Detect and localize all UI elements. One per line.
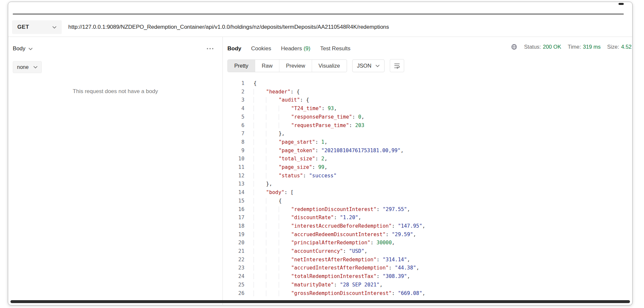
code-line: 21 "accountCurrency": "USD",: [223, 247, 632, 256]
method-select[interactable]: GET: [12, 20, 62, 34]
code-line: 11 "page_size": 99,: [223, 163, 632, 172]
view-mode-preview[interactable]: Preview: [279, 60, 312, 72]
line-number: 3: [223, 96, 244, 105]
code-line: 2 "header": {: [223, 88, 632, 96]
request-body-header: Body: [8, 37, 223, 55]
line-number: 17: [223, 214, 244, 222]
more-options-icon[interactable]: [206, 47, 214, 50]
horizontal-scrollbar-thumb[interactable]: [10, 300, 630, 303]
tab-test-results[interactable]: Test Results: [320, 45, 351, 52]
wrap-lines-icon: [393, 62, 401, 69]
line-number: 16: [223, 205, 244, 214]
tab-body[interactable]: Body: [227, 45, 241, 52]
size-value: 4.52: [621, 44, 632, 50]
response-header: BodyCookiesHeaders(9)Test Results Status…: [223, 37, 632, 55]
chevron-down-icon: [28, 47, 33, 50]
code-line: 18 "interestAccruedBeforeRedemption": "1…: [223, 222, 632, 231]
request-body-panel: Body none This request does not have a b…: [8, 37, 223, 305]
view-mode-pretty[interactable]: Pretty: [228, 60, 255, 72]
code-line: 14 "body": [: [223, 188, 632, 197]
view-mode-raw[interactable]: Raw: [255, 60, 279, 72]
code-line: 19 "accruedRedeemDiscountInterest": "29.…: [223, 231, 632, 239]
globe-icon[interactable]: [511, 43, 518, 50]
size-badge: Size: 4.52: [607, 44, 632, 50]
line-number: 24: [223, 272, 244, 281]
code-line: 5 "responseParse_time": 0,: [223, 113, 632, 122]
line-number: 8: [223, 138, 244, 147]
time-value: 319 ms: [583, 44, 601, 50]
app-window: GET http://127.0.0.1:9089/NZDEPO_Redempt…: [8, 2, 633, 305]
line-number: 26: [223, 289, 244, 298]
response-panel: BodyCookiesHeaders(9)Test Results Status…: [223, 37, 632, 305]
chevron-down-icon: [375, 64, 380, 67]
code-line: 13 },: [223, 180, 632, 188]
line-number: 14: [223, 188, 244, 197]
line-number: 12: [223, 172, 244, 180]
line-number: 1: [223, 79, 244, 88]
method-label: GET: [17, 24, 29, 30]
tab-cookies[interactable]: Cookies: [251, 45, 271, 52]
line-number: 10: [223, 155, 244, 163]
line-number: 15: [223, 197, 244, 205]
body-type-value: none: [17, 64, 29, 70]
line-number: 19: [223, 231, 244, 239]
response-toolbar: PrettyRawPreviewVisualize JSON: [227, 59, 632, 72]
code-line: 9 "page_token": "202108104761753181.00,9…: [223, 147, 632, 155]
code-line: 24 "totalRedemptionInterestTax": "308.39…: [223, 272, 632, 281]
code-line: 12 "status": "success": [223, 172, 632, 180]
view-mode-visualize[interactable]: Visualize: [312, 60, 347, 72]
line-number: 25: [223, 281, 244, 289]
status-value: 200 OK: [543, 44, 561, 50]
wrap-lines-button[interactable]: [390, 59, 404, 72]
response-tabs: BodyCookiesHeaders(9)Test Results: [227, 45, 351, 52]
code-line: 7 },: [223, 130, 632, 138]
line-number: 13: [223, 180, 244, 188]
code-line: 26 "grossRedemptionDiscountInterest": "6…: [223, 289, 632, 298]
line-number: 9: [223, 147, 244, 155]
code-line: 6 "requestParse_time": 203: [223, 122, 632, 130]
code-line: 3 "audit": {: [223, 96, 632, 105]
line-number: 18: [223, 222, 244, 231]
code-line: 17 "discountRate": "1.20",: [223, 214, 632, 222]
line-number: 23: [223, 264, 244, 272]
code-line: 8 "page_start": 1,: [223, 138, 632, 147]
body-section-toggle[interactable]: Body: [13, 45, 33, 52]
code-line: 22 "netInterestAfterRedemption": "314.14…: [223, 256, 632, 264]
json-response-viewer[interactable]: 1{2 "header": {3 "audit": {4 "T24_time":…: [223, 79, 632, 305]
code-line: 16 "redemptionDiscountInterest": "297.55…: [223, 205, 632, 214]
status-label: Status:: [524, 44, 541, 50]
status-badge: Status: 200 OK: [524, 44, 561, 50]
line-number: 11: [223, 163, 244, 172]
body-section-label: Body: [13, 45, 25, 52]
format-select[interactable]: JSON: [352, 59, 385, 72]
code-line: 10 "total_size": 2,: [223, 155, 632, 163]
code-line: 20 "principalAfterRedemption": 30000,: [223, 239, 632, 247]
code-line: 23 "accruedInterestAfterRedemption": "44…: [223, 264, 632, 272]
empty-body-message: This request does not have a body: [8, 88, 223, 95]
time-label: Time:: [568, 44, 581, 50]
chevron-down-icon: [52, 26, 57, 29]
url-input[interactable]: http://127.0.0.1:9089/NZDEPO_Redemption_…: [68, 24, 628, 30]
code-line: 1{: [223, 79, 632, 88]
line-number: 20: [223, 239, 244, 247]
code-line: 25 "maturityDate": "28 SEP 2021",: [223, 281, 632, 289]
size-label: Size:: [607, 44, 619, 50]
line-number: 22: [223, 256, 244, 264]
format-value: JSON: [357, 63, 372, 69]
line-number: 5: [223, 113, 244, 122]
window-top-edge: [13, 14, 624, 14]
view-mode-switcher: PrettyRawPreviewVisualize: [227, 59, 347, 72]
code-line: 4 "T24_time": 93,: [223, 105, 632, 113]
request-url-bar: GET http://127.0.0.1:9089/NZDEPO_Redempt…: [8, 18, 632, 37]
tab-headers[interactable]: Headers(9): [281, 45, 310, 52]
line-number: 21: [223, 247, 244, 256]
line-number: 7: [223, 130, 244, 138]
response-meta: Status: 200 OK Time: 319 ms Size: 4.52: [511, 43, 632, 50]
line-number: 2: [223, 88, 244, 96]
time-badge: Time: 319 ms: [568, 44, 601, 50]
vertical-scrollbar-thumb[interactable]: [619, 3, 624, 5]
chevron-down-icon: [33, 66, 38, 69]
line-number: 4: [223, 105, 244, 113]
code-line: 15 {: [223, 197, 632, 205]
body-type-select[interactable]: none: [13, 61, 42, 73]
